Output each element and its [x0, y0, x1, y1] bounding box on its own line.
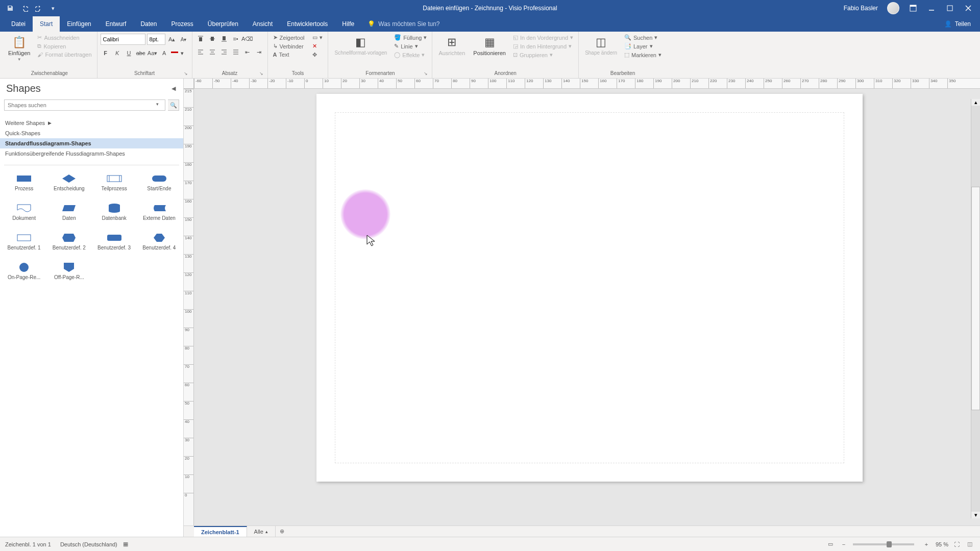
- menu-file[interactable]: Datei: [4, 16, 33, 32]
- shapestyles-dialog-launcher-icon[interactable]: ↘: [424, 71, 428, 76]
- shape-terminator[interactable]: Start/Ende: [137, 171, 181, 199]
- more-shapes-item[interactable]: Weitere Shapes▶: [0, 118, 183, 128]
- redo-icon[interactable]: [35, 4, 43, 12]
- format-painter-button[interactable]: 🖌Format übertragen: [35, 51, 93, 58]
- language-indicator[interactable]: Deutsch (Deutschland): [60, 541, 117, 547]
- shapes-search-input[interactable]: [4, 99, 165, 111]
- zoom-level[interactable]: 95 %: [936, 541, 948, 547]
- paragraph-dialog-launcher-icon[interactable]: ↘: [259, 71, 263, 76]
- macro-record-icon[interactable]: ▦: [120, 539, 131, 549]
- stencil-item[interactable]: Funktionsübergreifende Flussdiagramm-Sha…: [0, 148, 183, 159]
- zoom-slider[interactable]: [853, 543, 914, 545]
- menu-tab-überprüfen[interactable]: Überprüfen: [201, 16, 246, 32]
- zoom-out-icon[interactable]: −: [839, 539, 849, 549]
- font-color-icon[interactable]: A: [159, 48, 169, 58]
- rectangle-tool-button[interactable]: ▭▾: [310, 34, 325, 41]
- font-size-combo[interactable]: [147, 34, 165, 45]
- decrease-indent-icon[interactable]: ⇤: [242, 47, 253, 57]
- shape-database[interactable]: Datenbank: [92, 201, 136, 229]
- collapse-panel-icon[interactable]: ◀: [169, 84, 178, 93]
- sheet-tab-all[interactable]: Alle ▴: [247, 526, 276, 537]
- bring-front-button[interactable]: ◱In den Vordergrund ▾: [511, 34, 575, 41]
- menu-tab-hilfe[interactable]: Hilfe: [335, 16, 361, 32]
- close-icon[interactable]: [964, 4, 973, 13]
- scroll-up-icon[interactable]: ▴: [971, 99, 980, 106]
- connection-point-button[interactable]: ✥: [310, 51, 325, 59]
- pan-zoom-window-icon[interactable]: ◫: [965, 539, 975, 549]
- shape-extdata[interactable]: Externe Daten: [137, 201, 181, 229]
- align-middle-icon[interactable]: [207, 34, 217, 44]
- shape-custom1[interactable]: Benutzerdef. 1: [2, 231, 46, 258]
- text-tool-button[interactable]: AText: [271, 51, 307, 58]
- quick-shapes-item[interactable]: Quick-Shapes: [0, 128, 183, 138]
- vertical-scrollbar[interactable]: ▴ ▾: [971, 99, 980, 518]
- shape-custom3[interactable]: Benutzerdef. 3: [92, 231, 136, 258]
- align-bottom-icon[interactable]: [219, 34, 229, 44]
- menu-tab-prozess[interactable]: Prozess: [164, 16, 200, 32]
- strikethrough-icon[interactable]: abc: [136, 48, 146, 58]
- align-top-icon[interactable]: [195, 34, 206, 44]
- font-dialog-launcher-icon[interactable]: ↘: [184, 71, 188, 76]
- menu-tab-daten[interactable]: Daten: [133, 16, 164, 32]
- shape-document[interactable]: Dokument: [2, 201, 46, 229]
- scroll-down-icon[interactable]: ▾: [971, 512, 980, 518]
- page-indicator[interactable]: Zeichenbl. 1 von 1: [5, 541, 51, 547]
- shape-rect[interactable]: Prozess: [2, 171, 46, 199]
- delete-connector-button[interactable]: ✕: [310, 42, 325, 50]
- justify-icon[interactable]: [231, 47, 241, 57]
- increase-indent-icon[interactable]: ⇥: [254, 47, 264, 57]
- shape-circle[interactable]: On-Page-Re...: [2, 260, 46, 288]
- drawing-page[interactable]: [316, 94, 863, 482]
- grow-font-icon[interactable]: A▴: [167, 34, 177, 44]
- sheet-tab-primary[interactable]: Zeichenblatt-1: [194, 526, 247, 537]
- stencil-item[interactable]: Standardflussdiagramm-Shapes: [0, 138, 183, 148]
- menu-tab-entwicklertools[interactable]: Entwicklertools: [280, 16, 335, 32]
- shrink-font-icon[interactable]: A▾: [179, 34, 189, 44]
- align-left-icon[interactable]: [195, 47, 206, 57]
- shapes-search-button[interactable]: 🔍: [168, 99, 179, 111]
- bullets-icon[interactable]: ≡•: [231, 34, 241, 44]
- effects-button[interactable]: ◯Effekte ▾: [392, 51, 429, 59]
- send-back-button[interactable]: ◲In den Hintergrund ▾: [511, 42, 575, 50]
- menu-tab-start[interactable]: Start: [33, 16, 60, 32]
- align-center-icon[interactable]: [207, 47, 217, 57]
- qat-customize-icon[interactable]: ▾: [49, 4, 57, 12]
- pointer-tool-button[interactable]: ➤Zeigertool: [271, 34, 307, 41]
- group-button[interactable]: ⊡Gruppieren ▾: [511, 51, 575, 59]
- select-button[interactable]: ⬚Markieren ▾: [622, 51, 664, 59]
- undo-icon[interactable]: [20, 4, 29, 12]
- copy-button[interactable]: ⧉Kopieren: [35, 42, 93, 50]
- underline-icon[interactable]: U: [124, 48, 134, 58]
- maximize-icon[interactable]: [945, 4, 954, 13]
- add-sheet-button[interactable]: ⊕: [276, 526, 289, 537]
- tell-me-search[interactable]: 💡: [368, 16, 480, 32]
- user-avatar[interactable]: [887, 2, 899, 14]
- align-right-icon[interactable]: [219, 47, 229, 57]
- shape-subprocess[interactable]: Teilprozess: [92, 171, 136, 199]
- save-icon[interactable]: [6, 4, 14, 12]
- position-button[interactable]: ▦ Positionieren: [470, 34, 509, 58]
- quick-styles-button[interactable]: ◧ Schnellformat-vorlagen: [331, 34, 390, 58]
- shape-custom2[interactable]: Benutzerdef. 2: [47, 231, 91, 258]
- line-button[interactable]: ✎Linie ▾: [392, 42, 429, 50]
- zoom-in-icon[interactable]: +: [921, 539, 932, 549]
- change-shape-button[interactable]: ◫ Shape ändern: [582, 34, 620, 58]
- canvas-viewport[interactable]: [194, 89, 980, 528]
- find-button[interactable]: 🔍Suchen ▾: [622, 34, 664, 41]
- shape-parallelogram[interactable]: Daten: [47, 201, 91, 229]
- ribbon-display-options-icon[interactable]: [909, 4, 918, 13]
- change-case-icon[interactable]: Aa▾: [148, 48, 158, 58]
- presentation-mode-icon[interactable]: ▭: [825, 539, 836, 549]
- connector-tool-button[interactable]: ↳Verbinder: [271, 42, 307, 50]
- vscroll-thumb[interactable]: [971, 187, 980, 410]
- layer-button[interactable]: 📑Layer ▾: [622, 42, 664, 50]
- clear-formatting-icon[interactable]: A⌫: [242, 34, 253, 44]
- font-color-dropdown-icon[interactable]: ▾: [180, 48, 185, 58]
- menu-tab-ansicht[interactable]: Ansicht: [246, 16, 280, 32]
- shape-custom4[interactable]: Benutzerdef. 4: [137, 231, 181, 258]
- shape-offpage[interactable]: Off-Page-R...: [47, 260, 91, 288]
- italic-icon[interactable]: K: [112, 48, 122, 58]
- align-button[interactable]: ⊞ Ausrichten: [435, 34, 468, 58]
- cut-button[interactable]: ✂Ausschneiden: [35, 34, 93, 41]
- shape-diamond[interactable]: Entscheidung: [47, 171, 91, 199]
